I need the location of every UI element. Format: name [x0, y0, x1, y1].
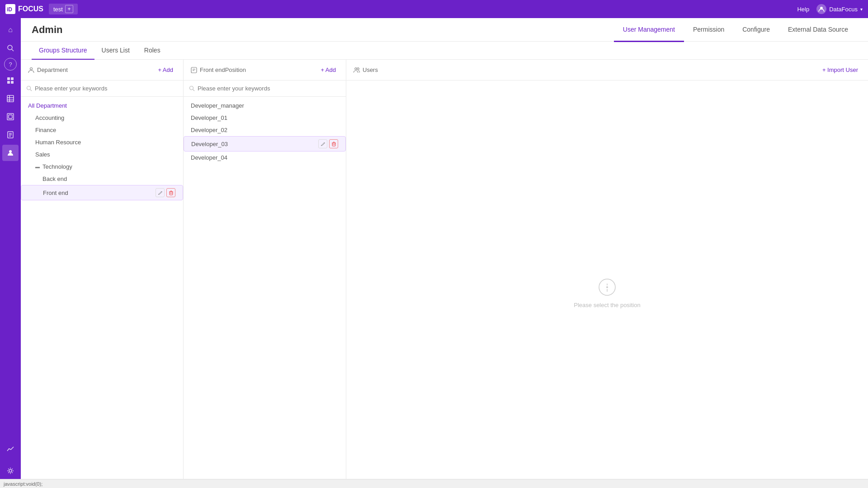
department-panel-title: Department — [28, 66, 155, 73]
dept-item-back-end[interactable]: Back end — [21, 173, 183, 185]
svg-rect-13 — [7, 114, 14, 120]
sidebar-icon-analytics[interactable] — [2, 441, 19, 457]
svg-point-3 — [8, 45, 12, 50]
page-title: Admin — [32, 24, 77, 36]
users-panel: Users + Import User Please select the po… — [346, 60, 868, 479]
topbar: iD FOCUS test + Help DataFocus ▾ — [0, 0, 868, 18]
department-search-icon — [26, 85, 32, 91]
department-icon — [28, 67, 34, 73]
department-search-input[interactable] — [35, 84, 178, 93]
user-badge[interactable]: DataFocus ▾ — [816, 4, 863, 14]
users-empty-state: Please select the position — [346, 81, 868, 479]
position-icon — [191, 67, 197, 73]
pos-item-developer-02[interactable]: Developer_02 — [184, 124, 346, 136]
tab-test[interactable]: test + — [49, 4, 78, 14]
department-panel: Department + Add All Department — [21, 60, 184, 479]
svg-rect-24 — [170, 192, 173, 195]
svg-rect-7 — [7, 81, 10, 84]
pos-item-developer-manager[interactable]: Developer_manager — [184, 99, 346, 112]
sidebar-icon-dashboard[interactable] — [2, 72, 19, 89]
svg-rect-34 — [332, 143, 335, 146]
svg-rect-6 — [11, 77, 14, 80]
tab-user-management[interactable]: User Management — [614, 19, 684, 42]
tab-permission[interactable]: Permission — [684, 19, 733, 42]
panels: Department + Add All Department — [21, 60, 868, 479]
users-panel-title: Users — [354, 66, 820, 73]
svg-point-19 — [9, 150, 12, 153]
technology-collapse-icon: ▬ — [35, 164, 40, 169]
sidebar-icon-user[interactable] — [2, 145, 19, 161]
position-search-box — [184, 81, 346, 97]
sub-tabs: Groups Structure Users List Roles — [21, 42, 868, 60]
users-icon — [354, 67, 360, 73]
help-link[interactable]: Help — [797, 6, 809, 13]
position-panel-header: Front endPosition + Add — [184, 60, 346, 81]
content-area: Admin User Management Permission Configu… — [21, 18, 868, 479]
tab-configure[interactable]: Configure — [733, 19, 779, 42]
tab-add-button[interactable]: + — [65, 5, 73, 13]
svg-point-39 — [355, 67, 357, 69]
subtab-users-list[interactable]: Users List — [94, 42, 137, 60]
logo[interactable]: iD FOCUS — [5, 4, 43, 14]
topbar-left: iD FOCUS test + — [5, 4, 78, 14]
sidebar-icon-home[interactable]: ⌂ — [2, 22, 19, 38]
front-end-delete-icon[interactable] — [166, 188, 175, 197]
developer-03-edit-icon[interactable] — [318, 139, 327, 148]
position-search-input[interactable] — [198, 84, 340, 93]
top-tabs: User Management Permission Configure Ext… — [614, 18, 857, 42]
sidebar: ⌂ ? — [0, 18, 21, 479]
topbar-right: Help DataFocus ▾ — [797, 4, 863, 14]
dept-item-accounting[interactable]: Accounting — [21, 112, 183, 124]
pos-item-developer-03[interactable]: Developer_03 — [184, 136, 346, 152]
sidebar-icon-settings[interactable] — [2, 463, 19, 479]
department-search-box — [21, 81, 183, 97]
dept-item-sales[interactable]: Sales — [21, 148, 183, 161]
subtab-groups-structure[interactable]: Groups Structure — [32, 42, 94, 60]
svg-point-21 — [30, 67, 33, 70]
position-search-icon — [189, 85, 195, 91]
sidebar-icon-help[interactable]: ? — [4, 58, 17, 71]
position-add-button[interactable]: + Add — [318, 66, 339, 74]
svg-rect-5 — [7, 77, 10, 80]
position-panel: Front endPosition + Add Developer_manage… — [184, 60, 346, 479]
department-add-button[interactable]: + Add — [155, 66, 176, 74]
svg-point-22 — [27, 86, 31, 90]
subtab-roles[interactable]: Roles — [137, 42, 168, 60]
pos-item-developer-01[interactable]: Developer_01 — [184, 112, 346, 124]
svg-point-20 — [9, 469, 12, 472]
dept-item-front-end[interactable]: Front end — [21, 185, 183, 200]
main-layout: ⌂ ? — [0, 18, 868, 479]
svg-point-42 — [606, 286, 608, 288]
tab-external-data-source[interactable]: External Data Source — [779, 19, 857, 42]
users-empty-text: Please select the position — [574, 302, 640, 308]
developer-03-delete-icon[interactable] — [329, 139, 338, 148]
svg-rect-29 — [191, 67, 197, 73]
status-text: javascript:void(0); — [4, 481, 42, 487]
user-avatar — [816, 4, 826, 14]
sidebar-icon-box[interactable] — [2, 109, 19, 125]
position-panel-title: Front endPosition — [191, 66, 318, 73]
svg-rect-9 — [7, 95, 14, 102]
svg-rect-14 — [9, 115, 12, 118]
front-end-edit-icon[interactable] — [156, 188, 165, 197]
dept-item-finance[interactable]: Finance — [21, 124, 183, 136]
dept-item-all-department[interactable]: All Department — [21, 99, 183, 112]
users-empty-icon — [598, 278, 616, 296]
dept-item-technology[interactable]: ▬ Technology — [21, 161, 183, 173]
users-panel-header: Users + Import User — [346, 60, 868, 81]
sidebar-icon-search[interactable] — [2, 40, 19, 56]
svg-point-40 — [357, 67, 359, 69]
developer-03-actions — [318, 139, 338, 148]
pos-item-developer-04[interactable]: Developer_04 — [184, 152, 346, 164]
svg-point-32 — [190, 86, 193, 90]
front-end-actions — [156, 188, 175, 197]
sidebar-icon-report[interactable] — [2, 127, 19, 143]
import-user-button[interactable]: + Import User — [820, 66, 861, 74]
position-list: Developer_manager Developer_01 Developer… — [184, 97, 346, 479]
dept-item-human-resource[interactable]: Human Resource — [21, 136, 183, 148]
svg-text:iD: iD — [7, 6, 12, 13]
sidebar-icon-table[interactable] — [2, 90, 19, 107]
department-panel-header: Department + Add — [21, 60, 183, 81]
svg-line-4 — [12, 49, 14, 51]
svg-line-33 — [193, 90, 194, 91]
